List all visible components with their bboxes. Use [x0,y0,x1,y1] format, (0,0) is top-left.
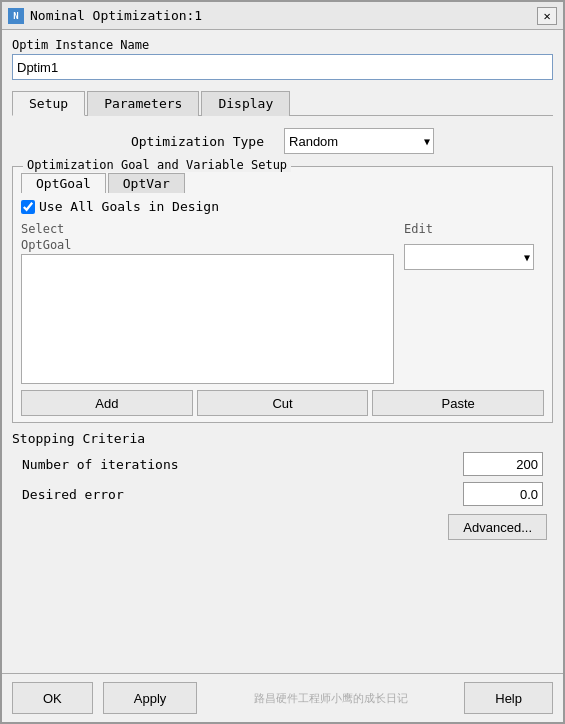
instance-name-section: Optim Instance Name [12,38,553,80]
use-all-goals-label: Use All Goals in Design [39,199,219,214]
tab-parameters[interactable]: Parameters [87,91,199,116]
outer-tab-bar: Setup Parameters Display [12,90,553,116]
select-column: Select OptGoal [21,222,394,384]
iterations-row: Number of iterations [12,452,553,476]
tab-display[interactable]: Display [201,91,290,116]
inner-tab-optvar[interactable]: OptVar [108,173,185,193]
edit-select[interactable] [404,244,534,270]
ok-button[interactable]: OK [12,682,93,714]
paste-button[interactable]: Paste [372,390,544,416]
select-col-label: Select [21,222,394,236]
optgoal-list[interactable] [21,254,394,384]
use-all-goals-row: Use All Goals in Design [21,199,544,214]
opt-type-row: Optimization Type Random Gradient Geneti… [12,128,553,154]
cut-button[interactable]: Cut [197,390,369,416]
iterations-input[interactable] [463,452,543,476]
instance-name-label: Optim Instance Name [12,38,553,52]
opt-type-select[interactable]: Random Gradient Genetic [284,128,434,154]
desired-error-label: Desired error [22,487,124,502]
advanced-button[interactable]: Advanced... [448,514,547,540]
window-title: Nominal Optimization:1 [30,8,531,23]
iterations-label: Number of iterations [22,457,179,472]
edit-column: Edit [404,222,544,384]
action-btn-row: Add Cut Paste [21,390,544,416]
title-bar: N Nominal Optimization:1 ✕ [2,2,563,30]
opt-type-label: Optimization Type [131,134,264,149]
stopping-criteria-title: Stopping Criteria [12,431,553,446]
inner-tab-optgoal[interactable]: OptGoal [21,173,106,193]
desired-error-input[interactable] [463,482,543,506]
select-edit-row: Select OptGoal Edit [21,222,544,384]
add-button[interactable]: Add [21,390,193,416]
opt-type-select-wrapper: Random Gradient Genetic [284,128,434,154]
use-all-goals-checkbox[interactable] [21,200,35,214]
close-button[interactable]: ✕ [537,7,557,25]
stopping-criteria-section: Stopping Criteria Number of iterations D… [12,431,553,506]
main-panel: Optimization Type Random Gradient Geneti… [12,122,553,665]
watermark: 路昌硬件工程师小鹰的成长日记 [207,691,454,706]
window-icon: N [8,8,24,24]
inner-tab-bar: OptGoal OptVar [21,173,544,193]
edit-select-wrapper [404,244,534,270]
tab-setup[interactable]: Setup [12,91,85,116]
advanced-row: Advanced... [12,514,553,540]
group-box-legend: Optimization Goal and Variable Setup [23,158,291,172]
apply-button[interactable]: Apply [103,682,198,714]
optgoal-col-label: OptGoal [21,238,394,252]
window-content: Optim Instance Name Setup Parameters Dis… [2,30,563,673]
outer-tabs-section: Setup Parameters Display [12,86,553,116]
help-button[interactable]: Help [464,682,553,714]
desired-error-row: Desired error [12,482,553,506]
main-window: N Nominal Optimization:1 ✕ Optim Instanc… [0,0,565,724]
opt-goal-group: Optimization Goal and Variable Setup Opt… [12,166,553,423]
bottom-bar: OK Apply 路昌硬件工程师小鹰的成长日记 Help [2,673,563,722]
instance-name-input[interactable] [12,54,553,80]
edit-col-label: Edit [404,222,433,236]
